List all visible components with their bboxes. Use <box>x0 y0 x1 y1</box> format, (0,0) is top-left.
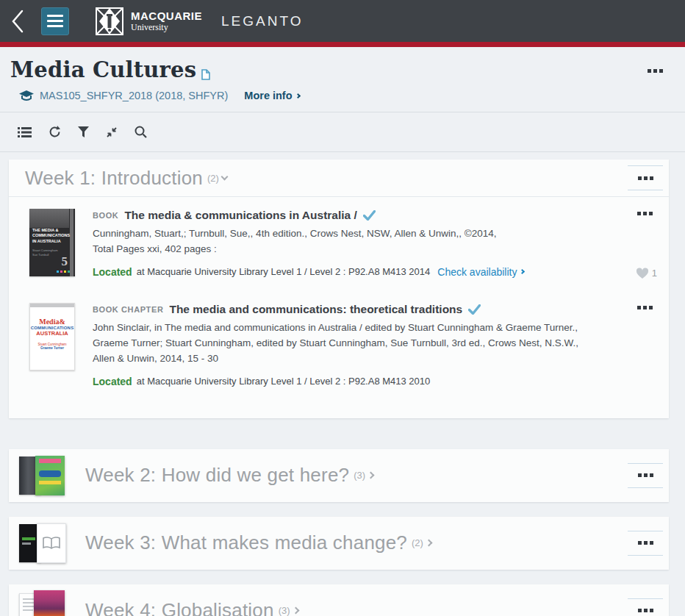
section-menu-button[interactable] <box>628 165 663 190</box>
section-week-3[interactable]: Week 3: What makes media change? (2) <box>9 517 669 570</box>
refresh-button[interactable] <box>46 124 64 140</box>
more-info-link[interactable]: More info <box>244 90 299 101</box>
heart-icon <box>636 268 649 279</box>
chevron-right-icon <box>520 269 525 274</box>
list-view-icon <box>18 126 32 138</box>
collapse-all-button[interactable] <box>103 125 121 140</box>
citation-description: John Sinclair, in The media and communic… <box>93 320 603 367</box>
filter-button[interactable] <box>75 125 92 140</box>
macquarie-logo-icon <box>96 7 123 35</box>
page-options-button[interactable] <box>643 65 667 77</box>
section-week-2[interactable]: Week 2: How did we get here? (3) <box>9 449 669 502</box>
chevron-down-icon <box>220 173 228 181</box>
citation-menu-button[interactable] <box>633 301 657 314</box>
section-week-1: Week 1: Introduction (2) THE MEDIA & COM… <box>9 160 669 418</box>
brand: MACQUARIE University <box>96 7 202 35</box>
citation-title: The media & communications in Australia … <box>124 209 356 222</box>
section-week-4[interactable]: Week 4: Globalisation (3) <box>9 584 669 616</box>
refresh-icon <box>49 126 61 138</box>
located-row: Located at Macquarie University Library … <box>93 266 603 278</box>
likes-count: 1 <box>652 268 657 279</box>
university-wordmark: MACQUARIE University <box>131 10 202 32</box>
located-text: at Macquarie University Library Level 1 … <box>137 266 431 277</box>
citation-type-label: BOOK CHAPTER <box>93 305 163 314</box>
app-header: MACQUARIE University LEGANTO <box>0 0 685 42</box>
section-title: Week 4: Globalisation <box>85 599 274 616</box>
open-book-icon <box>43 537 60 550</box>
cover-title: THE MEDIA & COMMUNICATIONS IN AUSTRALIA <box>32 228 68 244</box>
book-cover-thumbnail: Media& COMMUNICATIONS AUSTRALIA Stuart C… <box>29 303 75 370</box>
section-title: Week 2: How did we get here? <box>85 464 349 487</box>
course-code: MAS105_SHFYR_2018 (2018, SHFYR) <box>40 90 228 101</box>
brand-accent-bar <box>0 42 685 47</box>
search-button[interactable] <box>132 124 150 140</box>
citation-menu-button[interactable] <box>633 207 657 220</box>
chevron-right-icon <box>425 540 432 547</box>
section-thumbnails <box>18 590 69 616</box>
check-icon <box>468 304 481 315</box>
list-view-button[interactable] <box>15 125 35 140</box>
section-thumbnails <box>18 454 69 497</box>
citation-item-book[interactable]: THE MEDIA & COMMUNICATIONS IN AUSTRALIA … <box>9 197 669 291</box>
located-text: at Macquarie University Library Level 1 … <box>137 376 431 387</box>
section-count: (3) <box>354 470 365 481</box>
chevron-right-icon <box>292 607 299 615</box>
located-row: Located at Macquarie University Library … <box>93 376 603 387</box>
page-title: Media Cultures <box>10 57 196 82</box>
section-header-week-1[interactable]: Week 1: Introduction (2) <box>9 160 669 197</box>
sections-list: Week 1: Introduction (2) THE MEDIA & COM… <box>0 152 685 616</box>
citation-item-book-chapter[interactable]: Media& COMMUNICATIONS AUSTRALIA Stuart C… <box>9 291 669 401</box>
citation-description: Cunningham, Stuart,; Turnbull, Sue,, 4th… <box>93 226 603 257</box>
section-count: (2) <box>207 173 219 184</box>
citation-title: The media and communications: theoretica… <box>169 303 462 316</box>
located-label: Located <box>93 266 132 278</box>
section-menu-button[interactable] <box>628 598 663 616</box>
university-sub: University <box>131 23 202 32</box>
section-thumbnails <box>18 522 69 565</box>
section-title: Week 1: Introduction <box>25 167 203 190</box>
title-row: Media Cultures <box>0 47 685 82</box>
section-menu-button[interactable] <box>628 463 663 488</box>
toolbar <box>0 112 685 151</box>
section-menu-button[interactable] <box>628 531 663 556</box>
section-count: (3) <box>279 605 290 616</box>
graduation-cap-icon <box>19 90 34 101</box>
citation-body: BOOK The media & communications in Austr… <box>93 209 603 278</box>
book-cover-thumbnail: THE MEDIA & COMMUNICATIONS IN AUSTRALIA … <box>29 209 75 276</box>
section-count: (2) <box>412 537 423 548</box>
search-icon <box>135 126 147 138</box>
cover-title: Media& <box>30 318 74 326</box>
citation-type-label: BOOK <box>93 211 118 220</box>
document-icon <box>201 69 210 80</box>
course-row: MAS105_SHFYR_2018 (2018, SHFYR) More inf… <box>0 82 685 112</box>
cover-edition: 5 <box>62 254 68 269</box>
citation-body: BOOK CHAPTER The media and communication… <box>93 303 603 387</box>
collapse-icon <box>106 126 118 138</box>
check-availability-link[interactable]: Check availability <box>437 266 524 278</box>
filter-icon <box>78 126 89 138</box>
back-chevron-icon <box>10 9 25 34</box>
more-info-label: More info <box>244 90 292 101</box>
located-label: Located <box>93 376 132 387</box>
university-name: MACQUARIE <box>131 10 202 21</box>
chevron-right-icon <box>295 93 301 98</box>
likes[interactable]: 1 <box>636 268 657 279</box>
section-title: Week 3: What makes media change? <box>85 531 407 554</box>
main-content: Media Cultures MAS105_SHFYR_2018 (2018, … <box>0 47 685 616</box>
back-button[interactable] <box>10 7 32 36</box>
hamburger-menu-button[interactable] <box>41 7 69 35</box>
chevron-right-icon <box>367 472 375 479</box>
check-icon <box>363 210 376 221</box>
app-name: LEGANTO <box>221 13 303 29</box>
